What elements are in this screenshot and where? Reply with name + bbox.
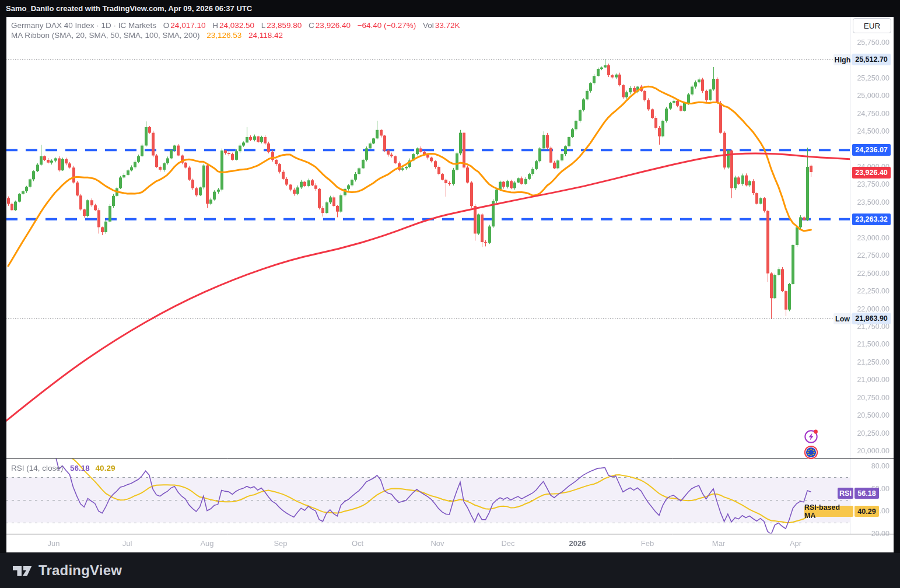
currency-button[interactable]: EUR (853, 18, 891, 33)
price-axis-label: 24,500.00 (851, 127, 890, 135)
rsi-axis-label: 40.00 (851, 507, 890, 515)
time-axis-label: Jun (48, 539, 60, 548)
time-axis-label: Feb (641, 539, 654, 548)
rsi-axis-label: 80.00 (851, 462, 890, 470)
price-axis-label: 22,000.00 (851, 305, 890, 313)
eu-flag-icon[interactable] (805, 446, 817, 459)
price-axis-label: 23,000.00 (851, 234, 890, 242)
time-axis-label: Oct (352, 539, 363, 548)
time-axis-label: Dec (501, 539, 514, 548)
time-axis-label: Mar (712, 539, 725, 548)
price-axis-label: 25,000.00 (851, 92, 890, 100)
price-axis-label: 20,500.00 (851, 411, 890, 419)
price-axis-label: 25,250.00 (851, 74, 890, 82)
price-axis-label: 22,250.00 (851, 287, 890, 295)
rsi-axis-label: 20.00 (851, 530, 890, 538)
price-axis-label: 23,500.00 (851, 198, 890, 206)
chart-action-icons (803, 429, 820, 463)
rsi-axis-label: 60.00 (851, 485, 890, 493)
price-axis-label: 20,750.00 (851, 394, 890, 402)
price-axis-label: 24,250.00 (851, 145, 890, 153)
price-axis-label: 20,250.00 (851, 429, 890, 438)
price-axis-label: 24,750.00 (851, 110, 890, 118)
price-axis-label: 25,750.00 (851, 38, 890, 47)
lightning-icon[interactable] (805, 430, 818, 443)
price-axis-label: 23,250.00 (851, 216, 890, 224)
price-axis-label: 21,250.00 (851, 358, 890, 366)
price-axis-label: 23,750.00 (851, 180, 890, 188)
price-axis-label: 24,000.00 (851, 163, 890, 171)
price-axis-label: 25,500.00 (851, 56, 890, 64)
time-axis-label: 2026 (569, 539, 586, 548)
time-axis-label: Apr (790, 539, 801, 548)
time-axis-label: Sep (274, 539, 287, 548)
time-axis-label: Jul (122, 539, 132, 548)
time-axis-label: Aug (200, 539, 213, 548)
price-axis-label: 21,750.00 (851, 323, 890, 331)
price-axis-label: 22,500.00 (851, 270, 890, 278)
price-axis-label: 21,000.00 (851, 376, 890, 384)
tradingview-snapshot: Samo_Danilo created with TradingView.com… (0, 0, 900, 588)
time-axis-label: Nov (430, 539, 444, 548)
chart-canvas[interactable] (0, 0, 900, 588)
price-axis-label: 21,500.00 (851, 340, 890, 348)
price-axis-label: 20,000.00 (851, 447, 890, 455)
price-axis-label: 22,750.00 (851, 251, 890, 260)
